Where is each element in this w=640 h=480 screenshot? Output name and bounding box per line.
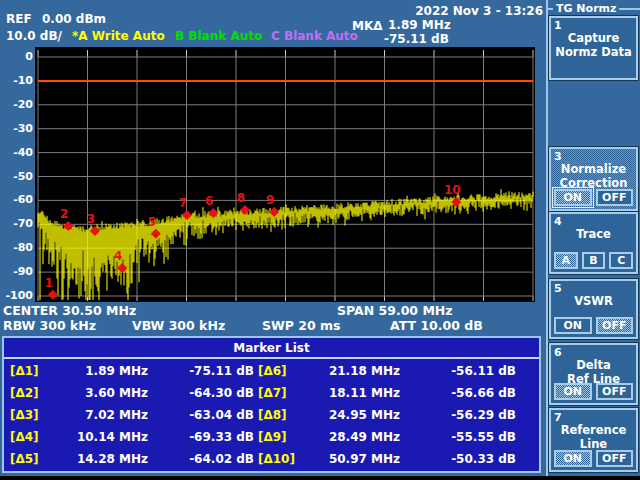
spectrum-plot-svg: 12345768910 — [35, 47, 535, 302]
softkey-label: NormalizeCorrection — [551, 162, 636, 190]
ref-value: 0.00 dBm — [42, 12, 106, 26]
trace-b-status: B Blank Auto — [175, 29, 262, 43]
delta-marker-label: [Δ2] — [6, 386, 48, 400]
softkey-label: Trace — [551, 227, 636, 241]
marker-delta-freq: 1.89 MHz — [388, 18, 451, 32]
softkey-number: 3 — [554, 150, 562, 163]
marker-list-row: [Δ3]7.02 MHz-63.04 dB[Δ8]24.95 MHz-56.29… — [6, 404, 539, 426]
reference-line-off-button[interactable]: OFF — [596, 450, 634, 467]
spectrum-analyzer-screen: 2022 Nov 3 - 13:26 REF 0.00 dBm 10.0 dB/… — [0, 0, 640, 480]
trace-c-status: C Blank Auto — [271, 29, 358, 43]
softkey-panel-normalize-correction[interactable]: 3NormalizeCorrectionONOFF — [549, 147, 638, 211]
softkey-label: VSWR — [551, 294, 636, 308]
att-value: ATT 10.00 dB — [390, 318, 483, 333]
marker-number-8: 8 — [237, 191, 245, 205]
scale-per-div: 10.0 dB/ — [6, 29, 62, 43]
softkey-menu-title-text: TG Normz — [556, 2, 616, 15]
delta-marker-level: -63.04 dB — [148, 408, 254, 422]
softkey-label: DeltaRef Line — [551, 358, 636, 386]
delta-marker-frequency: 50.97 MHz — [316, 452, 400, 466]
y-axis-label: -10 — [2, 75, 33, 87]
delta-marker-level: -75.11 dB — [148, 364, 254, 378]
softkey-panel-capture-normz-data[interactable]: 1CaptureNormz Data — [549, 16, 638, 80]
normalize-correction-off-button[interactable]: OFF — [596, 189, 634, 206]
y-axis-label: -90 — [2, 266, 33, 278]
softkey-number: 1 — [554, 19, 562, 32]
marker-number-2: 2 — [60, 207, 68, 221]
delta-marker-label: [Δ4] — [6, 430, 48, 444]
marker-list-title: Marker List — [4, 338, 539, 359]
y-axis-label: -70 — [2, 218, 33, 230]
marker-number-9: 9 — [266, 193, 274, 207]
marker-list-row: [Δ1]1.89 MHz-75.11 dB[Δ6]21.18 MHz-56.11… — [6, 360, 539, 382]
delta-marker-frequency: 10.14 MHz — [48, 430, 148, 444]
vbw-value: VBW 300 kHz — [132, 318, 225, 333]
softkey-label: CaptureNormz Data — [551, 31, 636, 59]
marker-list-panel: Marker List [Δ1]1.89 MHz-75.11 dB[Δ6]21.… — [2, 336, 541, 473]
normalize-correction-on-button[interactable]: ON — [554, 189, 592, 206]
marker-list-row: [Δ5]14.28 MHz-64.02 dB[Δ10]50.97 MHz-50.… — [6, 448, 539, 470]
marker-number-7: 7 — [179, 196, 187, 210]
delta-marker-frequency: 21.18 MHz — [316, 364, 400, 378]
spectrum-plot: 12345768910 — [35, 47, 535, 302]
softkey-sidebar: TG Normz 1CaptureNormz Data3NormalizeCor… — [546, 0, 640, 476]
marker-number-3: 3 — [87, 212, 95, 226]
delta-marker-level: -64.30 dB — [148, 386, 254, 400]
delta-marker-level: -64.02 dB — [148, 452, 254, 466]
y-axis-label: -100 — [2, 290, 33, 302]
delta-marker-label: [Δ1] — [6, 364, 48, 378]
vswr-off-button[interactable]: OFF — [596, 317, 634, 334]
softkey-panel-trace[interactable]: 4TraceABC — [549, 212, 638, 274]
delta-marker-label: [Δ7] — [254, 386, 316, 400]
y-axis-label: -80 — [2, 242, 33, 254]
trace-c-button[interactable]: C — [609, 252, 633, 269]
marker-list-row: [Δ4]10.14 MHz-69.33 dB[Δ9]28.49 MHz-55.5… — [6, 426, 539, 448]
marker-number-10: 10 — [444, 183, 461, 197]
softkey-label: ReferenceLine — [551, 423, 636, 451]
softkey-panel-reference-line[interactable]: 7ReferenceLineONOFF — [549, 408, 638, 472]
y-axis-label: 0 — [2, 51, 33, 63]
trace-a-status: *A Write Auto — [72, 29, 165, 43]
marker-diamond-1 — [48, 290, 58, 300]
softkey-panel-delta-ref-line[interactable]: 6DeltaRef LineONOFF — [549, 343, 638, 405]
delta-marker-label: [Δ8] — [254, 408, 316, 422]
delta-marker-frequency: 24.95 MHz — [316, 408, 400, 422]
delta-marker-level: -69.33 dB — [148, 430, 254, 444]
delta-marker-frequency: 18.11 MHz — [316, 386, 400, 400]
marker-number-6: 6 — [205, 194, 213, 208]
ref-label: REF — [6, 12, 32, 26]
marker-list-rows: [Δ1]1.89 MHz-75.11 dB[Δ6]21.18 MHz-56.11… — [4, 359, 539, 470]
vswr-on-button[interactable]: ON — [554, 317, 592, 334]
span-value: SPAN 59.00 MHz — [337, 303, 453, 318]
trace-a-button[interactable]: A — [554, 252, 578, 269]
softkey-number: 6 — [554, 346, 562, 359]
reference-line-on-button[interactable]: ON — [554, 450, 592, 467]
delta-ref-line-off-button[interactable]: OFF — [596, 383, 634, 400]
softkey-panel-vswr[interactable]: 5VSWRONOFF — [549, 279, 638, 339]
delta-marker-frequency: 14.28 MHz — [48, 452, 148, 466]
y-axis-label: -50 — [2, 171, 33, 183]
delta-marker-level: -55.55 dB — [400, 430, 516, 444]
marker-number-1: 1 — [45, 276, 53, 290]
delta-marker-label: [Δ6] — [254, 364, 316, 378]
delta-marker-level: -56.29 dB — [400, 408, 516, 422]
delta-marker-label: [Δ5] — [6, 452, 48, 466]
center-frequency: CENTER 30.50 MHz — [3, 303, 136, 318]
delta-marker-frequency: 7.02 MHz — [48, 408, 148, 422]
delta-marker-frequency: 28.49 MHz — [316, 430, 400, 444]
delta-marker-level: -50.33 dB — [400, 452, 516, 466]
softkey-number: 7 — [554, 411, 562, 424]
display-area: 2022 Nov 3 - 13:26 REF 0.00 dBm 10.0 dB/… — [0, 0, 640, 476]
y-axis-label: -30 — [2, 123, 33, 135]
delta-marker-label: [Δ10] — [254, 452, 316, 466]
marker-number-4: 4 — [114, 249, 122, 263]
delta-marker-frequency: 3.60 MHz — [48, 386, 148, 400]
marker-number-5: 5 — [148, 215, 156, 229]
softkey-menu-title: TG Normz — [548, 1, 640, 16]
delta-ref-line-on-button[interactable]: ON — [554, 383, 592, 400]
rbw-value: RBW 300 kHz — [3, 318, 96, 333]
datetime: 2022 Nov 3 - 13:26 — [350, 4, 543, 18]
delta-marker-level: -56.11 dB — [400, 364, 516, 378]
y-axis-label: -20 — [2, 99, 33, 111]
trace-b-button[interactable]: B — [582, 252, 606, 269]
